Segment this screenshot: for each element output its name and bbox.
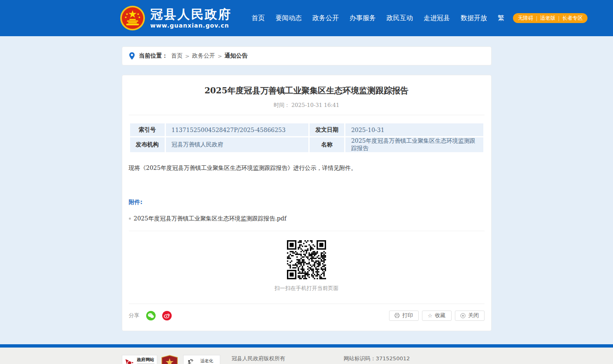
- qr-caption: 扫一扫在手机打开当前页面: [129, 285, 485, 292]
- pill-accessible-link[interactable]: 无障碍: [518, 15, 534, 22]
- weibo-share-icon[interactable]: [162, 311, 172, 320]
- print-button[interactable]: 打印: [389, 311, 419, 321]
- qr-section: 扫一扫在手机打开当前页面: [129, 231, 485, 298]
- footer-accent-strip: [0, 344, 613, 348]
- location-pin-icon: [129, 52, 135, 60]
- action-buttons: 打印 ☆ 收藏 关闭: [386, 311, 485, 321]
- article-card: 2025年度冠县万善镇工业聚集区生态环境监测跟踪报告 时间： 2025-10-3…: [122, 75, 492, 331]
- pill-separator: |: [536, 15, 538, 21]
- access-badge-line1: 适老化: [200, 358, 214, 364]
- meta-name-label: 名称: [310, 137, 344, 152]
- share-group: 分享: [129, 311, 178, 320]
- wechat-share-icon[interactable]: [146, 311, 156, 320]
- table-row: 发布机构 冠县万善镇人民政府 名称 2025年度冠县万善镇工业聚集区生态环境监测…: [130, 137, 483, 152]
- footer-site-code: 网站标识码：3715250012: [344, 355, 410, 362]
- party-gov-badge[interactable]: 党政机关: [161, 355, 178, 364]
- nav-item-open-data[interactable]: 数据开放: [461, 14, 487, 23]
- attachment-file-name: 2025年度冠县万善镇工业聚集区生态环境监测跟踪报告.pdf: [134, 215, 287, 223]
- error-badge-line1: 政府网站: [137, 357, 154, 363]
- nav-item-traditional[interactable]: 繁: [498, 14, 504, 23]
- breadcrumb-separator: >: [217, 53, 222, 59]
- nav-item-services[interactable]: 办事服务: [350, 14, 376, 23]
- nav-item-about-county[interactable]: 走进冠县: [424, 14, 450, 23]
- site-logo[interactable]: 冠县人民政府 www.guanxian.gov.cn: [120, 5, 232, 31]
- footer-copyright: 冠县人民政府版权所有: [232, 355, 312, 362]
- site-name: 冠县人民政府: [150, 7, 232, 21]
- footer-info-column1: 冠县人民政府版权所有 冠县人民政府办公室主办 鲁公网安备371525000166…: [232, 355, 312, 364]
- meta-date-value: 2025-10-31: [345, 123, 483, 136]
- main-nav: 首页 要闻动态 政务公开 办事服务 政民互动 走进冠县 数据开放 繁 无障碍 |…: [246, 13, 587, 23]
- attachment-heading: 附件:: [129, 199, 485, 206]
- footer-badges: 政府网站 找错 党政机关: [122, 355, 220, 364]
- table-row: 索引号 11371525004528427P/2025-45866253 发文日…: [130, 123, 483, 136]
- star-icon: ☆: [428, 313, 433, 318]
- wheelchair-wifi-icon: [186, 358, 195, 364]
- accessibility-service-badge[interactable]: 适老化 无障碍服务: [183, 355, 220, 364]
- nav-item-interaction[interactable]: 政民互动: [387, 14, 413, 23]
- article-meta-table: 索引号 11371525004528427P/2025-45866253 发文日…: [129, 122, 485, 153]
- article-time-value: 2025-10-31 16:41: [291, 102, 340, 108]
- breadcrumb-label: 当前位置：: [139, 52, 168, 60]
- attachment-link[interactable]: 2025年度冠县万善镇工业聚集区生态环境监测跟踪报告.pdf: [129, 215, 485, 223]
- site-header: 冠县人民政府 www.guanxian.gov.cn 首页 要闻动态 政务公开 …: [0, 0, 613, 36]
- meta-org-label: 发布机构: [130, 137, 165, 152]
- pill-senior-zone-link[interactable]: 长者专区: [562, 15, 583, 22]
- share-label: 分享: [129, 312, 140, 319]
- article-footer-row: 分享: [129, 304, 485, 325]
- qr-code: [287, 240, 326, 279]
- pill-separator: |: [558, 15, 559, 21]
- find-error-icon: [125, 357, 135, 364]
- breadcrumb-current: 通知公告: [224, 52, 247, 60]
- nav-item-home[interactable]: 首页: [252, 14, 265, 23]
- meta-index-value: 11371525004528427P/2025-45866253: [166, 123, 308, 136]
- breadcrumb-section-link[interactable]: 政务公开: [192, 52, 215, 60]
- footer-info-column2: 网站标识码：3715250012 鲁ICP备07000568号-1: [344, 355, 410, 364]
- breadcrumb: 当前位置： 首页 > 政务公开 > 通知公告: [122, 46, 492, 65]
- meta-org-value: 冠县万善镇人民政府: [166, 137, 308, 152]
- pill-elderly-link[interactable]: 适老版: [540, 15, 556, 22]
- error-report-badge[interactable]: 政府网站 找错: [122, 355, 157, 364]
- nav-item-gov-info[interactable]: 政务公开: [312, 14, 339, 23]
- close-circle-icon: [460, 313, 466, 318]
- favorite-button-label: 收藏: [435, 312, 445, 319]
- article-time: 时间： 2025-10-31 16:41: [129, 102, 485, 109]
- article-time-label: 时间：: [274, 102, 290, 108]
- divider: [129, 115, 485, 115]
- meta-index-label: 索引号: [130, 123, 165, 136]
- meta-date-label: 发文日期: [310, 123, 344, 136]
- printer-icon: [394, 313, 400, 318]
- close-button-label: 关闭: [468, 312, 479, 319]
- meta-name-value: 2025年度冠县万善镇工业聚集区生态环境监测跟踪报告: [345, 137, 483, 152]
- article-title: 2025年度冠县万善镇工业聚集区生态环境监测跟踪报告: [129, 85, 485, 96]
- breadcrumb-home-link[interactable]: 首页: [171, 52, 183, 60]
- accessibility-pill: 无障碍 | 适老版 | 长者专区: [513, 13, 587, 23]
- print-button-label: 打印: [402, 312, 413, 319]
- favorite-button[interactable]: ☆ 收藏: [422, 311, 452, 321]
- article-body-text: 现将《2025年度冠县万善镇工业聚集区生态环境监测跟踪报告》进行公示，详情见附件…: [129, 163, 485, 173]
- nav-item-news[interactable]: 要闻动态: [275, 14, 302, 23]
- close-button[interactable]: 关闭: [455, 311, 485, 321]
- site-url: www.guanxian.gov.cn: [150, 22, 232, 29]
- site-footer: 政府网站 找错 党政机关: [0, 348, 613, 364]
- national-emblem-icon: [120, 5, 145, 31]
- bullet-icon: [129, 218, 131, 220]
- breadcrumb-separator: >: [185, 53, 190, 59]
